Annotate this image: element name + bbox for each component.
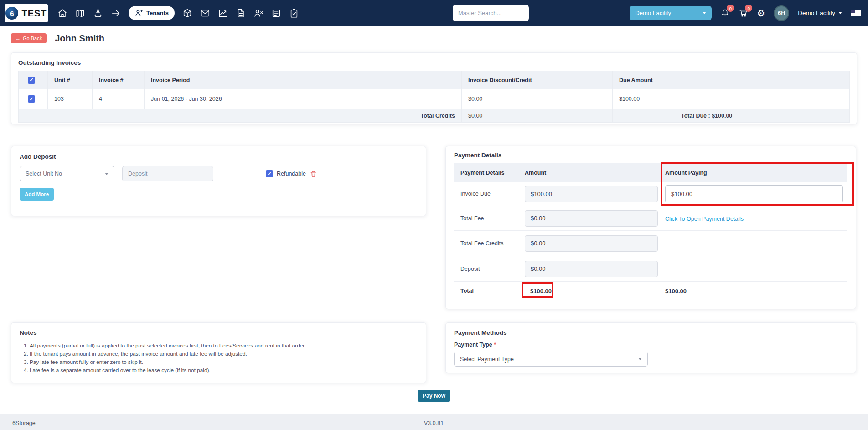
invoice-row: 103 4 Jun 01, 2026 - Jun 30, 2026 $0.00 …	[19, 89, 850, 109]
pd-col-paying: Amount Paying	[661, 170, 847, 176]
payment-methods-card: Payment Methods Payment Type * Select Pa…	[445, 322, 856, 373]
master-search-input[interactable]	[453, 5, 529, 21]
back-arrow-icon: ←	[16, 36, 21, 41]
user-menu-label: Demo Facility	[798, 10, 835, 16]
gear-icon[interactable]: ⚙	[757, 9, 765, 18]
notes-list: All payments (partial or full) is applie…	[30, 342, 418, 374]
avatar[interactable]: 6H	[774, 5, 789, 21]
invoice-due-label: Invoice Due	[454, 191, 525, 197]
chevron-down-icon	[105, 173, 108, 175]
chevron-down-icon	[638, 358, 642, 360]
cell-unit: 103	[48, 89, 93, 109]
nav-item-tenants-active[interactable]: Tenants	[129, 6, 175, 20]
totals-row: Total Credits $0.00 Total Due : $100.00	[19, 109, 850, 123]
payment-type-dropdown[interactable]: Select Payment Type	[454, 352, 648, 367]
line-chart-icon[interactable]	[218, 8, 228, 18]
col-due: Due Amount	[613, 71, 850, 89]
required-asterisk: *	[494, 342, 496, 348]
note-item: Late fee is a separate amount carried ov…	[30, 366, 418, 374]
note-item: If the tenant pays amount in advance, th…	[30, 350, 418, 358]
person-stand-icon[interactable]	[93, 8, 103, 18]
total-fee-credits-label: Total Fee Credits	[454, 240, 525, 247]
deposit-amount-input	[525, 261, 658, 277]
total-fee-credits-amount-input	[525, 235, 658, 252]
col-invoice: Invoice #	[93, 71, 145, 89]
facility-selected-label: Demo Facility	[635, 10, 671, 16]
col-discount: Invoice Discount/Credit	[462, 71, 613, 89]
cell-period: Jun 01, 2026 - Jun 30, 2026	[145, 89, 462, 109]
go-back-label: Go Back	[23, 36, 42, 41]
tenants-label: Tenants	[146, 10, 169, 16]
amount-paying-input[interactable]	[665, 185, 843, 202]
total-fee-label: Total Fee	[454, 215, 525, 222]
pay-now-button[interactable]: Pay Now	[418, 390, 450, 402]
note-item: All payments (partial or full) is applie…	[30, 342, 418, 350]
mail-icon[interactable]	[200, 8, 210, 18]
logo-6-icon: 6	[5, 7, 18, 20]
outstanding-invoices-card: Outstanding Invoices Unit # Invoice # In…	[11, 52, 857, 124]
col-period: Invoice Period	[145, 71, 462, 89]
logo-text: TEST	[21, 8, 46, 19]
deposit-input[interactable]	[122, 166, 213, 181]
trash-icon[interactable]	[310, 170, 317, 178]
row-checkbox[interactable]	[28, 95, 35, 103]
app-logo[interactable]: 6 TEST	[5, 4, 48, 22]
total-due-value: Total Due : $100.00	[613, 109, 850, 123]
note-item: Pay late fee amount fully or enter zero …	[30, 358, 418, 366]
total-amount-value: $100.00	[525, 288, 552, 295]
payment-details-title: Payment Details	[454, 152, 847, 159]
payment-type-placeholder: Select Payment Type	[460, 356, 514, 363]
total-credits-label: Total Credits	[19, 109, 462, 123]
app-navbar: 6 TEST Tenants	[0, 0, 868, 26]
tenants-icon	[134, 9, 143, 17]
cart-badge: 0	[745, 5, 752, 12]
total-paying-value: $100.00	[665, 288, 687, 295]
pd-col-label: Payment Details	[454, 170, 525, 176]
select-all-checkbox[interactable]	[28, 77, 35, 84]
cell-due: $100.00	[613, 89, 850, 109]
invoice-due-amount-input	[525, 186, 658, 202]
refundable-checkbox[interactable]	[266, 170, 273, 177]
user-menu[interactable]: Demo Facility	[798, 10, 842, 16]
cell-discount: $0.00	[462, 89, 613, 109]
total-credits-value: $0.00	[462, 109, 613, 123]
document-icon[interactable]	[236, 8, 246, 18]
notifications-badge: 0	[727, 5, 734, 12]
add-more-button[interactable]: Add More	[20, 188, 54, 201]
footer-brand: 6Storage	[12, 420, 36, 426]
user-remove-icon[interactable]	[253, 8, 264, 18]
pd-col-amount: Amount	[525, 170, 661, 176]
us-flag-icon[interactable]	[851, 10, 861, 16]
notifications-button[interactable]: 0	[720, 8, 730, 18]
add-deposit-title: Add Deposit	[20, 153, 418, 160]
payment-details-table: Payment Details Amount Amount Paying Inv…	[454, 163, 847, 300]
total-label: Total	[454, 288, 525, 294]
report-icon[interactable]	[271, 8, 281, 18]
open-payment-details-link[interactable]: Click To Open Payment Details	[665, 216, 744, 222]
notes-card: Notes All payments (partial or full) is …	[11, 322, 426, 383]
deposit-row-label: Deposit	[454, 266, 525, 272]
clipboard-check-icon[interactable]	[289, 8, 299, 18]
payment-details-card: Payment Details Payment Details Amount A…	[445, 146, 856, 309]
notes-title: Notes	[20, 329, 418, 336]
chevron-down-icon	[838, 12, 842, 14]
total-fee-amount-input	[525, 210, 658, 227]
cell-invoice-no: 4	[93, 89, 145, 109]
arrow-right-icon[interactable]	[111, 8, 121, 18]
cube-icon[interactable]	[182, 8, 192, 18]
chevron-down-icon	[703, 12, 706, 14]
page-title: John Smith	[55, 33, 104, 44]
payment-type-label: Payment Type	[454, 342, 492, 348]
col-unit: Unit #	[48, 71, 93, 89]
facility-selector[interactable]: Demo Facility	[630, 6, 712, 20]
add-deposit-card: Add Deposit Select Unit No Refundable Ad…	[11, 146, 426, 216]
cart-button[interactable]: 0	[739, 8, 748, 18]
home-icon[interactable]	[57, 8, 67, 18]
go-back-button[interactable]: ← Go Back	[11, 33, 46, 43]
app-footer: 6Storage V3.0.81	[0, 414, 868, 430]
outstanding-invoices-title: Outstanding Invoices	[18, 59, 850, 66]
payment-methods-title: Payment Methods	[454, 329, 847, 336]
select-unit-dropdown[interactable]: Select Unit No	[20, 166, 114, 181]
map-icon[interactable]	[75, 8, 85, 18]
outstanding-invoices-table: Unit # Invoice # Invoice Period Invoice …	[18, 71, 850, 123]
